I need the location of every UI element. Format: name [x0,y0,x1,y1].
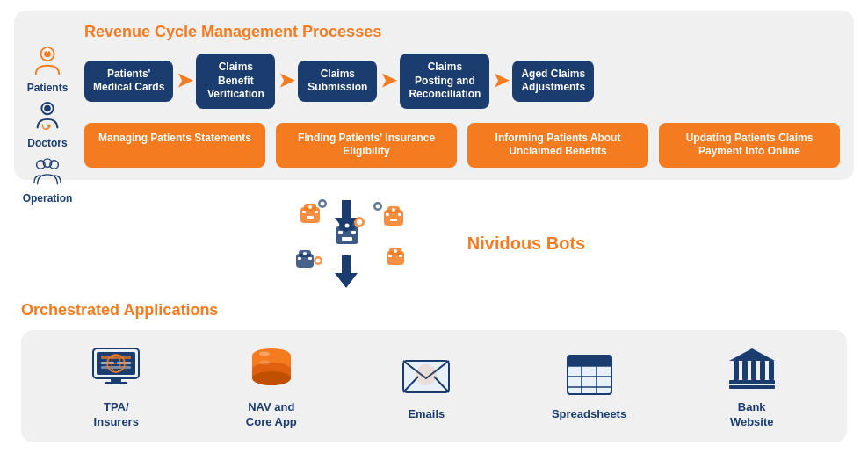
svg-rect-39 [298,257,301,260]
svg-rect-58 [105,382,127,384]
svg-point-42 [315,258,320,262]
svg-rect-47 [399,255,402,257]
svg-rect-24 [351,231,356,234]
emails-icon-wrap [396,349,456,400]
svg-rect-25 [342,237,352,241]
svg-rect-3 [47,47,48,53]
svg-point-71 [416,364,437,385]
svg-rect-79 [568,363,611,366]
sub-box-finding-patients: Finding Patients' Insurance Eligibility [276,123,457,168]
svg-rect-17 [307,216,314,219]
patients-label: Patients [27,82,69,94]
patients-item: Patients [27,46,69,94]
operation-label: Operation [23,192,73,205]
svg-point-38 [303,252,307,255]
bots-graphic [283,196,423,292]
doctors-item: Doctors [27,101,67,149]
svg-point-22 [344,223,349,227]
operation-icon [31,156,64,190]
main-container: Revenue Cycle Management Processes Patie… [0,0,868,453]
sub-boxes: Managing Patients Statements Finding Pat… [84,123,840,168]
bank-icon-wrap [722,342,782,393]
app-item-emails: Emails [396,349,456,422]
process-box-aged-claims: Aged ClaimsAdjustments [512,61,594,102]
bottom-section: Orchestrated Applications [14,301,854,442]
svg-point-65 [252,371,291,385]
sub-box-informing-patients: Informing Patients About Unclaimed Benef… [467,123,648,168]
app-item-tpa: TPA/Insurers [86,342,146,430]
arrow-4: ➤ [493,69,509,92]
nav-label: NAV andCore App [246,400,297,430]
svg-rect-23 [338,231,343,234]
svg-rect-46 [388,255,392,257]
svg-rect-85 [769,361,774,380]
sub-box-managing-patients: Managing Patients Statements [84,123,265,168]
svg-point-67 [259,360,270,364]
arrow-2: ➤ [278,69,294,92]
app-item-bank: BankWebsite [722,342,782,430]
patients-icon [31,46,64,79]
orchestrated-title: Orchestrated Applications [21,301,847,320]
svg-point-27 [357,219,362,225]
nav-icon-wrap [242,342,301,393]
svg-rect-53 [101,366,131,369]
process-flow: Patients'Medical Cards ➤ ClaimsBenefitVe… [84,54,840,109]
svg-point-45 [394,249,397,253]
process-box-claims-submission: ClaimsSubmission [298,61,377,102]
process-box-patients-medical-cards: Patients'Medical Cards [84,61,173,102]
svg-point-19 [320,201,324,205]
arrow-3: ➤ [380,69,396,92]
process-box-claims-posting: ClaimsPosting andReconciliation [400,54,489,109]
svg-point-30 [392,208,395,212]
svg-marker-11 [335,255,358,288]
process-box-claims-benefit: ClaimsBenefitVerification [196,54,275,109]
apps-container: TPA/Insurers [21,330,847,442]
svg-rect-50 [101,356,131,359]
svg-rect-15 [302,211,306,213]
bank-icon [725,345,779,391]
tpa-icon-wrap [86,342,146,393]
spreadsheets-label: Spreadsheets [552,407,626,422]
section-title: Revenue Cycle Management Processes [84,23,840,41]
doctors-icon [31,101,64,134]
svg-rect-33 [390,219,397,221]
svg-rect-83 [751,361,756,380]
svg-rect-82 [742,361,748,380]
middle-section: Nividous Bots [14,196,854,292]
svg-rect-40 [308,257,312,260]
svg-rect-57 [111,378,121,382]
svg-rect-16 [315,211,318,213]
app-item-nav: NAV andCore App [242,342,301,430]
svg-rect-84 [760,361,765,380]
left-icons: Patients Doctors [14,46,81,205]
bots-svg [278,196,428,292]
spreadsheets-icon-wrap [560,349,619,400]
emails-icon [399,352,453,398]
operation-item: Operation [23,156,73,205]
svg-point-35 [375,204,380,208]
spreadsheets-icon [562,352,617,398]
nav-icon [244,345,299,391]
bots-label: Nividous Bots [467,233,585,254]
svg-rect-31 [386,213,389,216]
bank-label: BankWebsite [730,400,774,430]
svg-rect-87 [729,385,775,389]
arrow-1: ➤ [177,69,192,92]
app-item-spreadsheets: Spreadsheets [552,349,626,422]
svg-point-5 [44,105,51,112]
svg-point-6 [47,125,51,128]
svg-rect-32 [398,213,401,216]
svg-point-66 [259,351,270,356]
svg-point-14 [308,205,312,209]
emails-label: Emails [408,407,445,422]
tpa-icon [89,345,143,391]
svg-rect-86 [729,380,775,384]
top-section: Revenue Cycle Management Processes Patie… [14,11,854,180]
svg-rect-81 [734,361,739,380]
tpa-label: TPA/Insurers [94,400,139,430]
sub-box-updating-patients: Updating Patients Claims Payment Info On… [659,123,840,168]
svg-marker-80 [729,348,775,361]
doctors-label: Doctors [27,137,67,149]
